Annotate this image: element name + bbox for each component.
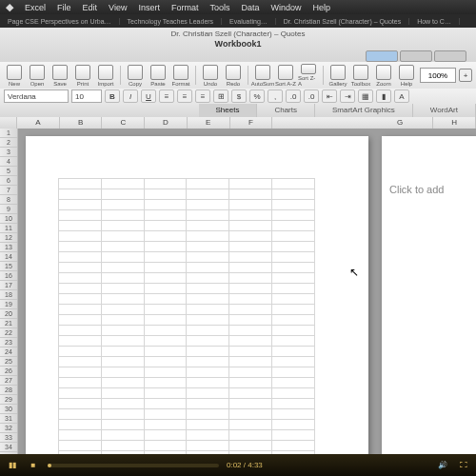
cell[interactable] [144, 378, 187, 388]
cell[interactable] [144, 221, 187, 231]
comma-button[interactable]: , [268, 89, 283, 103]
cell[interactable] [187, 200, 229, 210]
cell[interactable] [59, 263, 102, 273]
cell[interactable] [272, 388, 315, 399]
cell[interactable] [272, 336, 315, 347]
browser-tab[interactable]: Dr. Christian Szell (Character) – Quotes [276, 18, 409, 25]
cell[interactable] [272, 221, 315, 231]
cell[interactable] [101, 336, 144, 347]
row-header[interactable]: 17 [0, 281, 17, 290]
cell[interactable] [101, 305, 144, 315]
cell[interactable] [229, 242, 272, 252]
tab-wordart[interactable]: WordArt [413, 104, 476, 117]
row-header[interactable]: 26 [0, 367, 17, 376]
cell[interactable] [272, 315, 315, 326]
cell[interactable] [272, 242, 315, 252]
cell[interactable] [101, 252, 144, 263]
cell[interactable] [59, 221, 102, 231]
col-header[interactable]: C [102, 117, 145, 129]
cell[interactable] [59, 347, 102, 357]
cell[interactable] [101, 347, 144, 357]
apple-menu[interactable]: ◆ [6, 1, 13, 13]
cell[interactable] [272, 294, 315, 305]
cell[interactable] [59, 179, 102, 189]
cell[interactable] [59, 378, 102, 388]
cell[interactable] [229, 399, 272, 409]
view-tab[interactable] [434, 50, 466, 62]
row-header[interactable]: 30 [0, 405, 17, 414]
cell[interactable] [59, 399, 102, 409]
cell[interactable] [144, 284, 187, 294]
cell[interactable] [144, 179, 187, 189]
cell[interactable] [101, 284, 144, 294]
row-header[interactable]: 20 [0, 309, 17, 319]
cell[interactable] [187, 388, 229, 399]
view-tab[interactable] [366, 50, 398, 62]
cell[interactable] [187, 242, 229, 252]
cell[interactable] [272, 441, 315, 451]
cell[interactable] [59, 252, 102, 263]
redo-button[interactable]: Redo [223, 64, 244, 87]
cell[interactable] [187, 326, 229, 336]
cell[interactable] [272, 273, 315, 284]
cell[interactable] [272, 305, 315, 315]
row-header[interactable]: 27 [0, 376, 17, 386]
row-header[interactable]: 33 [0, 433, 17, 443]
row-header[interactable]: 24 [0, 347, 17, 357]
col-header[interactable]: B [60, 117, 103, 129]
cell[interactable] [229, 179, 272, 189]
cell[interactable] [229, 378, 272, 388]
decimal-dec-icon[interactable]: .0 [304, 89, 319, 103]
cell[interactable] [229, 200, 272, 210]
cell[interactable] [144, 399, 187, 409]
import-button[interactable]: Import [95, 64, 116, 87]
cell[interactable] [272, 179, 315, 189]
cell[interactable] [272, 210, 315, 221]
cell[interactable] [59, 441, 102, 451]
cell[interactable] [187, 315, 229, 326]
cell[interactable] [272, 420, 315, 430]
row-header[interactable]: 31 [0, 414, 17, 424]
cell[interactable] [272, 284, 315, 294]
autosum-button[interactable]: AutoSum [252, 64, 273, 87]
cell[interactable] [144, 388, 187, 399]
col-header[interactable]: D [145, 117, 188, 129]
font-select[interactable]: Verdana [4, 89, 69, 103]
row-header[interactable]: 4 [0, 157, 17, 167]
indent-dec-icon[interactable]: ⇤ [322, 89, 337, 103]
cell[interactable] [101, 242, 144, 252]
cell[interactable] [229, 273, 272, 284]
align-center-icon[interactable]: ≡ [177, 89, 192, 103]
col-header[interactable]: A [17, 117, 60, 129]
cell[interactable] [272, 200, 315, 210]
cell[interactable] [272, 399, 315, 409]
cell[interactable] [229, 189, 272, 200]
browser-tab[interactable]: Technology Teaches Leaders [120, 18, 223, 25]
toolbox-button[interactable]: Toolbox [350, 64, 371, 87]
cell[interactable] [59, 326, 102, 336]
cell[interactable] [144, 367, 187, 378]
print-button[interactable]: Print [72, 64, 93, 87]
menu-insert[interactable]: Insert [138, 3, 160, 12]
cell[interactable] [59, 273, 102, 284]
cell[interactable] [59, 210, 102, 221]
cell[interactable] [187, 399, 229, 409]
cell[interactable] [272, 347, 315, 357]
cell[interactable] [187, 221, 229, 231]
seek-track[interactable] [48, 464, 219, 467]
cell[interactable] [144, 315, 187, 326]
cell[interactable] [229, 210, 272, 221]
cell[interactable] [101, 210, 144, 221]
cell[interactable] [229, 263, 272, 273]
row-header[interactable]: 25 [0, 357, 17, 367]
cell[interactable] [101, 378, 144, 388]
cell[interactable] [144, 294, 187, 305]
cell[interactable] [229, 430, 272, 441]
cell[interactable] [187, 378, 229, 388]
cell[interactable] [101, 399, 144, 409]
cell[interactable] [272, 409, 315, 420]
gallery-button[interactable]: Gallery [327, 64, 348, 87]
cell[interactable] [101, 409, 144, 420]
row-header[interactable]: 29 [0, 395, 17, 405]
menu-format[interactable]: Format [171, 3, 199, 12]
